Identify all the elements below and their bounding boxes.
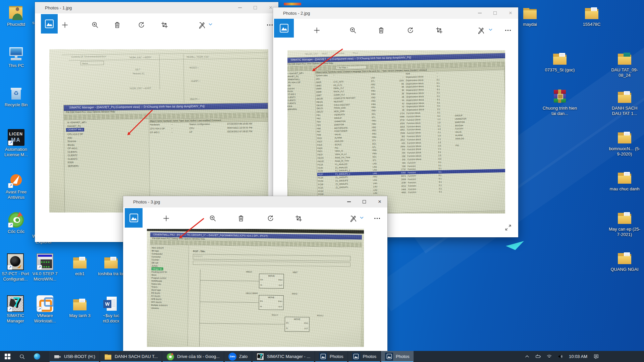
taskbar-app-button[interactable]: Zalo (224, 351, 252, 362)
maximize-button[interactable] (487, 7, 503, 19)
minimize-button[interactable] (472, 7, 487, 19)
add-to-button[interactable] (309, 22, 325, 38)
desktop-icon[interactable]: ↗ Phucxdtd (0, 4, 32, 27)
desktop-icon[interactable]: ↗ Avast Free Antivirus (0, 172, 32, 200)
desktop-icon-image: ↗ (71, 295, 88, 312)
desktop-icon[interactable]: ↗ DAU TAT_09-08_24 (607, 50, 642, 78)
ladder-text: I10.7 (135, 68, 140, 71)
draw-dropdown-chevron-icon[interactable] (208, 22, 213, 27)
window-titlebar[interactable]: Photos - 1.jpg × (35, 2, 278, 13)
desktop-icon[interactable]: ↗ This PC (0, 45, 32, 68)
taskbar-app-button[interactable]: SIMATIC Manager - ... (252, 351, 314, 362)
shortcut-arrow-icon: ↗ (37, 307, 42, 312)
shortcut-arrow-icon: ↗ (37, 265, 42, 270)
crop-icon (161, 21, 168, 29)
zoom-button[interactable] (87, 17, 103, 33)
maximize-button[interactable] (248, 2, 263, 13)
fullscreen-button[interactable] (504, 224, 513, 232)
tree-item: SERVER1 (66, 164, 149, 168)
crop-button[interactable] (290, 210, 307, 226)
taskbar-app-icon (319, 353, 327, 361)
photo-canvas-2[interactable]: "MILON_C41" REST MILONA PLLJ SIMATIC Man… (287, 50, 505, 214)
photo-canvas-1[interactable]: Contents Of: 'Environment\Interface' Nam… (49, 49, 268, 213)
draw-dropdown-chevron-icon[interactable] (488, 27, 493, 32)
more-button[interactable] (369, 210, 385, 226)
taskbar-app-button[interactable]: Photos (381, 351, 413, 362)
desktop-icon[interactable]: ↗ ~$uy luc nt3.docx (95, 295, 127, 324)
ladder-text: 31&NF— (191, 80, 200, 82)
battery-icon[interactable] (534, 352, 542, 361)
delete-button[interactable] (109, 17, 125, 33)
taskbar-app-button[interactable]: Photos (348, 351, 380, 362)
taskbar-edge-button[interactable] (30, 351, 44, 362)
desktop-icon[interactable]: ↗ Recycle Bin (0, 84, 32, 108)
rotate-button[interactable] (133, 17, 149, 33)
rotate-button[interactable] (262, 210, 278, 226)
volume-icon[interactable] (556, 352, 565, 361)
desktop-icon-image: ↗ (551, 50, 568, 66)
draw-button[interactable] (345, 210, 361, 226)
zoom-button[interactable] (345, 22, 361, 38)
crop-button[interactable] (156, 17, 172, 33)
desktop-icon[interactable]: ↗ May can ep (25-7-2021) (607, 209, 642, 237)
draw-button[interactable] (473, 22, 489, 38)
delete-button[interactable] (373, 22, 389, 38)
close-button[interactable]: × (372, 196, 387, 207)
ladder-move-box: MOVE EN ENO IN OUT M111.0 M116.2 (284, 317, 310, 332)
desktop-icon[interactable]: ↗ QUANG NGAI (607, 249, 642, 272)
desktop-icon[interactable]: ↗ ecb1 (64, 253, 96, 277)
desktop-icon[interactable]: ↗ V4.0 STEP 7 MicroWIN... (29, 253, 61, 282)
draw-dropdown-chevron-icon[interactable] (359, 215, 364, 220)
more-button[interactable] (500, 22, 516, 38)
desktop-icon[interactable]: ↗ DANH SACH DAU TAT 1... (607, 88, 642, 116)
desktop-icon[interactable]: ↗ Chuong trinh hien tai dan... (542, 88, 577, 116)
zoom-in-icon (91, 21, 99, 29)
see-all-photos-button[interactable] (274, 19, 294, 38)
desktop-icon[interactable]: ↗ S7-PCT - Port Configurati... (0, 253, 32, 282)
taskbar-app-button[interactable]: USB-BOOT (H:) (49, 351, 99, 362)
see-all-photos-button[interactable] (41, 14, 58, 34)
desktop-icon[interactable]: ↗ toshiba tra loi (95, 253, 127, 277)
desktop-icon[interactable]: ↗ VMware Workstati... (29, 295, 61, 324)
desktop-icon-label: V4.0 STEP 7 MicroWIN... (29, 271, 61, 282)
rotate-button[interactable] (402, 22, 418, 38)
taskbar-app-button[interactable]: Photos (315, 351, 347, 362)
desktop-icon-label: ecb1 (64, 271, 96, 277)
minimize-button[interactable] (232, 2, 248, 13)
start-button[interactable] (0, 351, 15, 362)
delete-button[interactable] (233, 210, 249, 226)
photo-canvas-3[interactable]: CEMENTMILL.PRJ - [FC27 -- "F1 GROUP2_1" … (147, 229, 364, 347)
see-all-photos-button[interactable] (125, 208, 143, 228)
taskbar-app-button[interactable]: Drive của tôi - Goog... (162, 351, 223, 362)
desktop-icon[interactable]: ↗ mau chuc danh (607, 169, 642, 192)
draw-button[interactable] (194, 17, 210, 33)
add-to-button[interactable] (57, 17, 73, 33)
shortcut-arrow-icon: ↗ (8, 183, 13, 188)
minimize-button[interactable] (341, 196, 357, 207)
taskbar-app-button[interactable]: DANH SACH DAU T... (100, 351, 162, 362)
object-row: CP 443-1-- CP 03/24/2012 07:58:02 PM (149, 129, 268, 134)
window-titlebar[interactable]: Photos - 2.jpg × (273, 7, 518, 19)
desktop-icon[interactable]: ↗ 155478C (574, 4, 609, 27)
add-to-button[interactable] (158, 210, 174, 226)
desktop-icon[interactable]: ↗ May lanh 3 (64, 295, 96, 318)
maximize-button[interactable] (357, 196, 372, 207)
photos-toolbar (35, 13, 278, 36)
window-titlebar[interactable]: Photos - 3.jpg × (123, 196, 387, 207)
zoom-button[interactable] (205, 210, 221, 226)
catalog-item: Libraries (151, 306, 188, 310)
taskbar-search-button[interactable] (15, 351, 30, 362)
tray-chevron-up-icon[interactable] (523, 352, 531, 361)
wifi-icon[interactable] (545, 352, 553, 361)
action-center-icon[interactable] (592, 352, 600, 361)
desktop-icon[interactable]: ↗ Cốc Cốc (0, 211, 32, 234)
desktop-icon[interactable]: ↗ Automation License M... (0, 129, 32, 158)
desktop-icon[interactable]: ↗ 07375_St (goc) (542, 50, 577, 73)
desktop-icon[interactable]: ↗ bomnuocN... (5-9-2020) (607, 128, 642, 157)
crop-button[interactable] (431, 22, 447, 38)
desktop-icon-label: May lanh 3 (64, 313, 96, 318)
desktop-icon[interactable]: ↗ SIMATIC Manager (0, 295, 32, 324)
close-button[interactable]: × (503, 7, 518, 19)
taskbar-clock[interactable]: 10:03 AM (567, 354, 589, 359)
desktop-icon-image: ↗ (7, 253, 24, 270)
